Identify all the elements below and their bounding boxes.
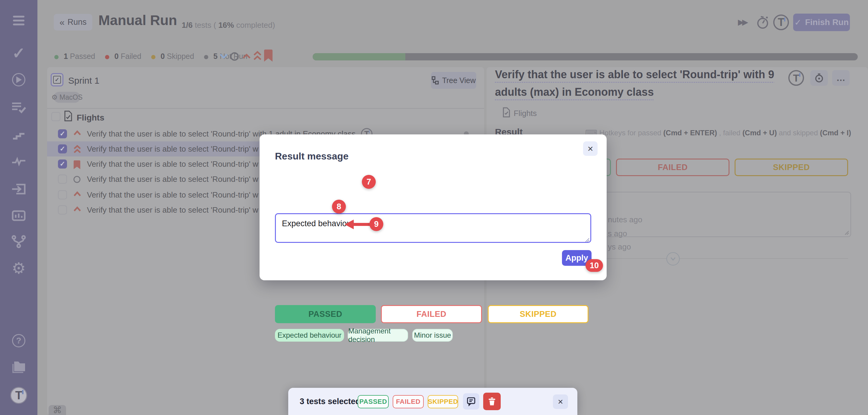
tests-fraction: 1/6 — [182, 21, 192, 30]
steps-icon[interactable] — [12, 131, 25, 139]
tag-expected-behaviour[interactable]: Expected behaviour — [275, 329, 344, 342]
modal-title: Result message — [275, 151, 349, 162]
tree-view-button[interactable]: Tree View — [431, 72, 476, 89]
priority-highest-icon — [73, 145, 82, 153]
filter-double-chevron-up-icon[interactable] — [253, 51, 262, 62]
row-checkbox-unchecked[interactable] — [58, 175, 67, 184]
test-title[interactable]: Verify that the user is able to select '… — [87, 156, 258, 172]
run-stats: 1 Passed 0 Failed 0 Skipped 5 Not Run — [54, 52, 247, 61]
bulk-skipped-button[interactable]: SKIPPED — [428, 395, 458, 408]
help-icon[interactable]: ? — [12, 334, 25, 347]
run-progress-bar — [313, 53, 858, 60]
priority-high-icon — [73, 130, 82, 138]
close-icon: × — [588, 143, 593, 154]
fast-forward-icon[interactable]: ▶▶ — [738, 18, 746, 27]
detail-folder[interactable]: Flights — [514, 109, 537, 118]
finish-run-button[interactable]: ✓ Finish Run — [793, 13, 850, 31]
bulk-comment-button[interactable] — [463, 393, 479, 410]
env-gear-icon: ⚙ — [51, 93, 58, 101]
result-failed-button[interactable]: FAILED — [616, 158, 730, 176]
environment-tag[interactable]: ⚙ MacOS — [54, 92, 80, 103]
result-message-modal: × Result message PASSED FAILED SKIPPED E… — [259, 135, 607, 280]
test-title[interactable]: Verify that the user is able to select '… — [87, 141, 258, 156]
run-progress-summary: 1/6 tests ( 16% completed) — [182, 21, 275, 30]
run-progress-fill — [313, 53, 405, 60]
chart-icon[interactable] — [12, 210, 25, 221]
test-title[interactable]: Verify that the user is able to select '… — [87, 187, 258, 202]
folder-name: Flights — [77, 113, 104, 123]
pulse-icon[interactable] — [12, 158, 25, 166]
detail-doc-icon — [502, 107, 510, 119]
modal-passed-button[interactable]: PASSED — [275, 305, 376, 323]
folders-icon[interactable] — [12, 361, 26, 374]
row-checkbox-unchecked[interactable] — [58, 205, 67, 214]
annotation-badge-10: 10 — [586, 259, 603, 272]
skipped-dot-icon — [151, 55, 155, 59]
bulk-failed-button[interactable]: FAILED — [393, 395, 424, 408]
suite-title: Sprint 1 — [68, 76, 99, 86]
annotation-badge-9: 9 — [369, 217, 383, 231]
t-logo[interactable]: T — [10, 387, 27, 404]
gear-icon[interactable]: ⚙ — [12, 259, 26, 277]
annotation-badge-7: 7 — [362, 175, 376, 189]
annotation-badge-8: 8 — [332, 200, 346, 213]
priority-high-icon — [73, 206, 82, 214]
resize-handle-icon[interactable] — [584, 237, 590, 242]
folder-checkbox[interactable] — [51, 112, 60, 121]
priority-bookmark-icon — [73, 160, 82, 169]
row-checkbox-checked[interactable]: ✓ — [58, 144, 67, 153]
play-icon[interactable] — [12, 73, 25, 86]
branch-icon[interactable] — [12, 236, 25, 248]
divider — [47, 108, 484, 109]
history-entry: s ago — [608, 229, 627, 238]
bulk-passed-button[interactable]: PASSED — [358, 395, 389, 408]
history-entry: nutes ago — [608, 215, 642, 225]
check-icon[interactable]: ✓ — [12, 44, 25, 62]
row-checkbox-checked[interactable]: ✓ — [58, 129, 67, 138]
header-t-logo[interactable]: T — [773, 14, 789, 30]
sign-in-icon[interactable] — [12, 184, 25, 194]
test-title[interactable]: Verify that the user is able to select '… — [87, 172, 258, 187]
result-message-input[interactable]: Expected behaviour — [275, 213, 591, 243]
app-root: ✓ ⚙ ? — [0, 0, 868, 415]
row-checkbox-unchecked[interactable] — [58, 190, 67, 199]
detail-timer-button[interactable] — [810, 70, 828, 86]
snackbar-close-button[interactable]: × — [553, 394, 568, 409]
history-entry: ys ago — [608, 242, 631, 251]
tree-view-icon — [432, 76, 439, 85]
suite-checkbox-icon[interactable]: ✓ — [51, 73, 63, 86]
folder-doc-icon — [64, 111, 72, 123]
result-skipped-button[interactable]: SKIPPED — [735, 158, 848, 176]
comment-icon — [467, 397, 475, 406]
modal-failed-button[interactable]: FAILED — [381, 305, 482, 323]
page-title: Manual Run — [98, 12, 177, 28]
close-icon: × — [558, 396, 563, 407]
command-icon: ⌘ — [53, 405, 62, 415]
row-checkbox-checked[interactable]: ✓ — [58, 159, 67, 169]
notrun-dot-icon — [204, 55, 208, 59]
priority-normal-icon — [73, 175, 82, 184]
passed-dot-icon — [54, 55, 59, 59]
back-to-runs-button[interactable]: « Runs — [54, 14, 92, 30]
list-check-icon[interactable] — [12, 102, 25, 113]
filter-chevron-down-icon[interactable] — [219, 53, 228, 60]
menu-icon[interactable] — [13, 13, 25, 28]
tag-management-decision[interactable]: Management decision — [348, 329, 408, 342]
runs-label: Runs — [68, 18, 87, 27]
detail-t-logo: T — [788, 70, 804, 86]
timer-icon[interactable] — [756, 16, 769, 30]
selected-count-text: 3 tests selected — [300, 397, 360, 406]
modal-close-button[interactable]: × — [583, 141, 597, 156]
expand-history-button[interactable] — [666, 252, 680, 266]
test-title[interactable]: Verify that the user is able to select '… — [87, 202, 258, 217]
filter-chevron-up-icon[interactable] — [242, 53, 251, 60]
modal-skipped-button[interactable]: SKIPPED — [488, 305, 589, 323]
filter-circle-icon[interactable] — [230, 52, 240, 63]
tag-minor-issue[interactable]: Minor issue — [412, 329, 453, 342]
filter-bookmark-icon[interactable] — [263, 49, 273, 63]
detail-more-button[interactable]: … — [832, 70, 849, 86]
test-detail-title[interactable]: Verify that the user is able to select '… — [495, 66, 797, 101]
command-shortcut-button[interactable]: ⌘ — [49, 405, 66, 415]
bulk-delete-button[interactable] — [483, 393, 501, 410]
trash-icon — [488, 397, 496, 406]
